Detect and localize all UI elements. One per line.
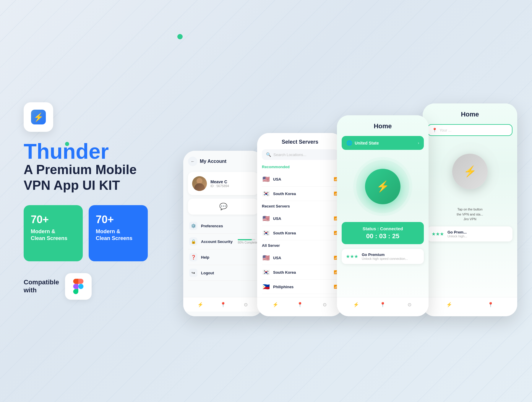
section-recent: Recent Servers	[262, 204, 338, 208]
menu-list: ⚙️ Preferences 🔒 Account Security	[188, 218, 258, 281]
vpn-lightning-icon: ⚡	[376, 180, 390, 193]
compatible-text: Compatiblewith	[24, 278, 59, 294]
feature-card-green: 70+ Modern &Clean Screens	[24, 205, 83, 261]
status-box: Status : Connected 00 : 03 : 25	[342, 222, 424, 244]
compatible-section: Compatiblewith	[24, 273, 166, 300]
phones-container: ← My Account	[183, 86, 517, 316]
nav-servers-location[interactable]: 📍	[296, 300, 304, 309]
account-screen: ← My Account	[183, 151, 263, 316]
server-name-korea-rec: South Korea	[273, 192, 331, 196]
phone-servers-wrapper: Select Servers 🔍 Search Locations... Rec…	[257, 133, 343, 316]
brand-title: Thunder	[24, 141, 166, 162]
logout-icon: ↪	[189, 269, 197, 277]
chat-button[interactable]: 💬	[188, 199, 258, 215]
server-rec-usa-2[interactable]: 🇺🇸 USA 📶	[262, 211, 338, 226]
progress-bar	[238, 239, 255, 240]
server-rec-korea[interactable]: 🇰🇷 South Korea 📶	[262, 187, 338, 201]
nav-hc-home[interactable]: ⚡	[352, 300, 360, 309]
vpn-connect-button[interactable]: ⚡	[365, 169, 400, 204]
phone-home-disconnected: Home 📍 Your ... ⚡	[423, 103, 517, 316]
home-disconnected-bottom-nav: ⚡ 📍	[423, 297, 517, 312]
home-connected-title: Home	[342, 122, 424, 130]
premium-card[interactable]: ★★★ Go Premium Unlock high speed connect…	[342, 249, 424, 264]
figma-icon	[65, 273, 92, 300]
nav-location[interactable]: 📍	[219, 300, 227, 309]
tagline-2: VPN App UI KIT	[24, 178, 120, 192]
nav-hc-location[interactable]: 📍	[379, 300, 387, 309]
tap-instruction: Tap on the buttonthe VPN and sta...Jiro …	[427, 207, 512, 222]
figma-svg	[73, 279, 84, 294]
menu-item-logout[interactable]: ↪ Logout	[188, 265, 258, 281]
server-selector-left: 🌐 United State	[346, 140, 379, 146]
nav-servers-home[interactable]: ⚡	[271, 300, 280, 309]
section-all: All Server	[262, 243, 338, 248]
nav-hc-settings[interactable]: ⊙	[405, 300, 413, 309]
premium-text: Go Premium Unlock high speed connection.…	[362, 252, 408, 260]
server-name-korea-all: South Korea	[273, 270, 331, 275]
server-name-korea-recent: South Korea	[273, 231, 331, 235]
account-title: My Account	[200, 159, 226, 164]
flag-phil-all: 🇵🇭	[262, 283, 270, 291]
app-icon: ⚡	[24, 102, 53, 132]
progress-fill	[238, 239, 252, 240]
phone-servers: Select Servers 🔍 Search Locations... Rec…	[257, 133, 343, 316]
nav-hd-location[interactable]: 📍	[486, 300, 495, 309]
premium-title: Go Premium	[362, 252, 408, 257]
status-timer: 00 : 03 : 25	[346, 232, 419, 240]
home-connected-bottom-nav: ⚡ 📍 ⊙	[337, 297, 429, 312]
server-all-usa[interactable]: 🇺🇸 USA 📶	[262, 251, 338, 265]
nav-hd-home[interactable]: ⚡	[445, 300, 453, 309]
home-disconnected-screen: Home 📍 Your ... ⚡	[423, 103, 517, 316]
location-bar[interactable]: 📍 Your ...	[427, 124, 512, 136]
vpn-button-area: ⚡	[342, 157, 424, 216]
avatar	[192, 176, 207, 191]
brand-subtitle: A Premium Mobile VPN App UI KIT	[24, 162, 166, 193]
server-all-korea[interactable]: 🇰🇷 South Korea 📶	[262, 265, 338, 280]
menu-item-help[interactable]: ❓ Help	[188, 249, 258, 265]
logout-label: Logout	[201, 271, 214, 275]
location-placeholder: Your ...	[439, 128, 452, 132]
servers-bottom-nav: ⚡ 📍 ⊙	[257, 297, 343, 312]
home-connected-screen: Home 🌐 United State › ⚡	[337, 115, 429, 316]
feature-count-1: 70+	[31, 213, 76, 226]
premium-stars: ★★★	[346, 254, 358, 259]
profile-name: Meave C	[210, 179, 229, 184]
server-rec-usa[interactable]: 🇺🇸 USA 📶	[262, 172, 338, 187]
app-icon-inner: ⚡	[31, 110, 46, 124]
flag-korea-all: 🇰🇷	[262, 268, 270, 276]
flag-usa-recent: 🇺🇸	[262, 214, 270, 223]
server-name-usa-rec: USA	[273, 177, 331, 181]
tagline-1: A Premium Mobile	[24, 162, 137, 177]
feature-count-2: 70+	[96, 213, 141, 226]
search-bar[interactable]: 🔍 Search Locations...	[262, 149, 338, 160]
help-icon: ❓	[189, 253, 197, 261]
vpn-connect-button-2[interactable]: ⚡	[452, 154, 488, 189]
server-name-usa-all: USA	[273, 256, 331, 260]
menu-item-security[interactable]: 🔒 Account Security 80% Complete	[188, 234, 258, 249]
server-recent-korea[interactable]: 🇰🇷 South Korea 📶	[262, 226, 338, 240]
nav-settings[interactable]: ⊙	[242, 300, 250, 309]
preferences-label: Preferences	[201, 224, 223, 228]
vpn-lightning-icon-2: ⚡	[463, 165, 477, 178]
premium-subtitle-2: Unlock high...	[447, 234, 467, 238]
flag-korea-rec: 🇰🇷	[262, 189, 270, 198]
server-selector[interactable]: 🌐 United State ›	[342, 136, 424, 150]
phone-home-connected: Home 🌐 United State › ⚡	[337, 115, 429, 316]
server-name-usa-recent: USA	[273, 216, 331, 221]
security-progress: 80% Complete	[238, 239, 257, 244]
premium-card-2[interactable]: ★★★ Go Prem... Unlock high...	[427, 226, 512, 241]
selected-flag: 🌐	[346, 140, 352, 146]
phone-account-wrapper: ← My Account	[183, 151, 263, 316]
back-button[interactable]: ←	[188, 157, 197, 166]
nav-servers-settings[interactable]: ⊙	[320, 300, 329, 309]
server-all-phil[interactable]: 🇵🇭 Philiphines 📶	[262, 280, 338, 294]
nav-home[interactable]: ⚡	[196, 300, 205, 309]
menu-item-preferences[interactable]: ⚙️ Preferences	[188, 218, 258, 234]
account-bottom-nav: ⚡ 📍 ⊙	[183, 297, 263, 312]
feature-desc-2: Modern &Clean Screens	[96, 228, 141, 242]
vpn-outer-ring: ⚡	[353, 157, 412, 216]
phone-account: ← My Account	[183, 151, 263, 316]
chat-icon: 💬	[219, 203, 227, 210]
premium-title-2: Go Prem...	[447, 230, 467, 234]
account-header: ← My Account	[188, 157, 258, 166]
